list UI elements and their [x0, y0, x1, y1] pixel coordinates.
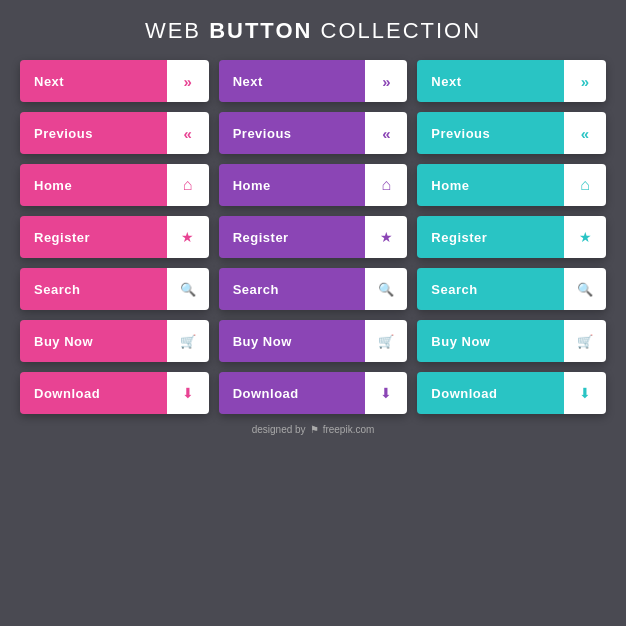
footer-credit: designed by ⚑ freepik.com: [252, 424, 375, 435]
previous-label-pink: Previous: [20, 112, 167, 154]
buynow-icon-purple: [365, 320, 407, 362]
next-button-pink[interactable]: Next: [20, 60, 209, 102]
download-icon-purple: [365, 372, 407, 414]
home-button-teal[interactable]: Home: [417, 164, 606, 206]
previous-icon-pink: [167, 112, 209, 154]
buynow-button-purple[interactable]: Buy Now: [219, 320, 408, 362]
search-button-teal[interactable]: Search: [417, 268, 606, 310]
search-button-purple[interactable]: Search: [219, 268, 408, 310]
buynow-button-pink[interactable]: Buy Now: [20, 320, 209, 362]
register-label-purple: Register: [219, 216, 366, 258]
register-label-pink: Register: [20, 216, 167, 258]
download-icon-pink: [167, 372, 209, 414]
download-button-purple[interactable]: Download: [219, 372, 408, 414]
register-button-teal[interactable]: Register: [417, 216, 606, 258]
next-label-pink: Next: [20, 60, 167, 102]
download-button-pink[interactable]: Download: [20, 372, 209, 414]
register-icon-teal: [564, 216, 606, 258]
download-label-pink: Download: [20, 372, 167, 414]
home-button-pink[interactable]: Home: [20, 164, 209, 206]
buynow-label-teal: Buy Now: [417, 320, 564, 362]
download-icon-teal: [564, 372, 606, 414]
previous-button-pink[interactable]: Previous: [20, 112, 209, 154]
buynow-button-teal[interactable]: Buy Now: [417, 320, 606, 362]
previous-icon-teal: [564, 112, 606, 154]
next-icon-teal: [564, 60, 606, 102]
download-label-purple: Download: [219, 372, 366, 414]
home-button-purple[interactable]: Home: [219, 164, 408, 206]
register-icon-purple: [365, 216, 407, 258]
next-icon-pink: [167, 60, 209, 102]
search-label-teal: Search: [417, 268, 564, 310]
download-label-teal: Download: [417, 372, 564, 414]
search-icon-pink: [167, 268, 209, 310]
search-icon-purple: [365, 268, 407, 310]
previous-button-teal[interactable]: Previous: [417, 112, 606, 154]
button-grid: Next Next Next Previous Previous Previou…: [20, 60, 606, 414]
home-label-purple: Home: [219, 164, 366, 206]
page-title: WEB BUTTON COLLECTION: [145, 18, 481, 44]
next-button-purple[interactable]: Next: [219, 60, 408, 102]
previous-label-purple: Previous: [219, 112, 366, 154]
buynow-icon-teal: [564, 320, 606, 362]
home-icon-teal: [564, 164, 606, 206]
register-button-purple[interactable]: Register: [219, 216, 408, 258]
download-button-teal[interactable]: Download: [417, 372, 606, 414]
search-label-purple: Search: [219, 268, 366, 310]
previous-icon-purple: [365, 112, 407, 154]
next-label-teal: Next: [417, 60, 564, 102]
previous-label-teal: Previous: [417, 112, 564, 154]
buynow-label-purple: Buy Now: [219, 320, 366, 362]
freepik-icon: ⚑: [310, 424, 319, 435]
next-label-purple: Next: [219, 60, 366, 102]
search-label-pink: Search: [20, 268, 167, 310]
next-button-teal[interactable]: Next: [417, 60, 606, 102]
next-icon-purple: [365, 60, 407, 102]
register-label-teal: Register: [417, 216, 564, 258]
register-button-pink[interactable]: Register: [20, 216, 209, 258]
page-container: WEB BUTTON COLLECTION Next Next Next Pre…: [0, 0, 626, 626]
footer-brand: freepik.com: [323, 424, 375, 435]
register-icon-pink: [167, 216, 209, 258]
home-icon-purple: [365, 164, 407, 206]
home-label-teal: Home: [417, 164, 564, 206]
search-icon-teal: [564, 268, 606, 310]
buynow-icon-pink: [167, 320, 209, 362]
home-label-pink: Home: [20, 164, 167, 206]
buynow-label-pink: Buy Now: [20, 320, 167, 362]
home-icon-pink: [167, 164, 209, 206]
previous-button-purple[interactable]: Previous: [219, 112, 408, 154]
search-button-pink[interactable]: Search: [20, 268, 209, 310]
footer-text: designed by: [252, 424, 306, 435]
